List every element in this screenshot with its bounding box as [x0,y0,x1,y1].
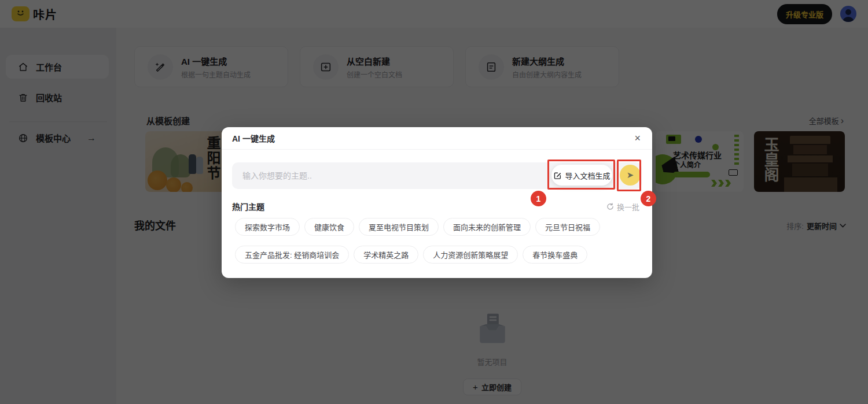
topic-chip[interactable]: 学术精英之路 [354,246,418,264]
topic-chip[interactable]: 元旦节日祝福 [535,218,600,236]
annotation-badge-1: 1 [531,191,546,206]
close-icon[interactable]: × [634,133,641,143]
annotation-box-1 [547,160,615,190]
topic-chip[interactable]: 健康饮食 [304,218,354,236]
app-page: 咔片 升级专业版 工作台 回收站 模板中心 → [0,0,868,404]
ai-generate-modal: AI 一键生成 × 导入文档生成 ➤ 热门主题 换一批 探索数字市场 健康饮食 … [222,127,652,278]
topic-chip[interactable]: 五金产品批发: 经销商培训会 [235,246,349,264]
topic-chip[interactable]: 人力资源创新策略展望 [423,246,518,264]
topic-chip[interactable]: 面向未来的创新管理 [443,218,531,236]
refresh-topics-button[interactable]: 换一批 [606,201,639,212]
topic-chip-row: 探索数字市场 健康饮食 夏至电视节目策划 面向未来的创新管理 元旦节日祝福 [235,218,600,236]
topic-chip[interactable]: 春节换车盛典 [523,246,587,264]
topic-chip[interactable]: 夏至电视节目策划 [359,218,439,236]
refresh-topics-label: 换一批 [617,201,639,212]
refresh-icon [606,203,614,210]
modal-header: AI 一键生成 × [222,127,652,150]
annotation-box-2 [617,160,641,191]
hot-topics-label: 热门主题 [232,201,264,212]
annotation-badge-2: 2 [641,191,656,206]
modal-title: AI 一键生成 [232,132,275,144]
topic-chip[interactable]: 探索数字市场 [235,218,300,236]
topic-chip-row: 五金产品批发: 经销商培训会 学术精英之路 人力资源创新策略展望 春节换车盛典 [235,246,587,264]
